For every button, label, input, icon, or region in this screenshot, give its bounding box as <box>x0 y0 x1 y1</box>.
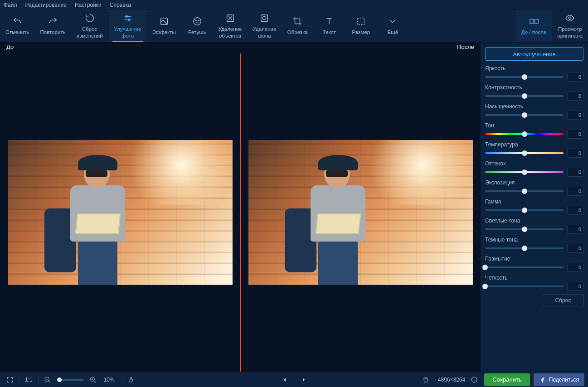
slider-track[interactable] <box>485 114 564 116</box>
slider-label: Насыщенность <box>485 103 583 110</box>
compare-icon <box>529 16 539 26</box>
remove-bg-button[interactable]: Удаление фона <box>248 10 282 42</box>
slider-label: Яркость <box>485 65 583 72</box>
slider-value[interactable]: 0 <box>567 92 583 101</box>
slider-label: Четкость <box>485 275 583 281</box>
svg-point-8 <box>263 16 266 19</box>
slider-track[interactable] <box>485 171 564 173</box>
slider-thumb[interactable] <box>522 150 527 156</box>
slider-value[interactable]: 0 <box>567 244 583 253</box>
remove-objects-button[interactable]: Удаление объектов <box>213 10 248 42</box>
enhance-button[interactable]: Улучшение фото <box>109 10 147 42</box>
compare-divider[interactable] <box>240 53 241 372</box>
slider-row: Насыщенность0 <box>485 103 583 120</box>
pan-button[interactable] <box>125 373 138 386</box>
slider-thumb[interactable] <box>522 169 527 175</box>
reset-changes-button[interactable]: Сброс изменений <box>71 10 108 42</box>
slider-track[interactable] <box>485 266 564 268</box>
menu-file[interactable]: Файл <box>4 2 17 8</box>
remove-obj-label: Удаление объектов <box>219 26 242 39</box>
slider-track[interactable] <box>485 95 564 97</box>
effects-label: Эффекты <box>152 29 175 35</box>
slider-row: Экспозиция0 <box>485 179 583 196</box>
retouch-label: Ретушь <box>188 29 206 35</box>
next-image-button[interactable] <box>297 373 310 386</box>
slider-track[interactable] <box>485 247 564 249</box>
slider-value[interactable]: 0 <box>567 168 583 177</box>
after-image[interactable] <box>248 140 473 285</box>
zoom-in-button[interactable] <box>87 373 99 386</box>
remove-bg-label: Удаление фона <box>253 26 277 39</box>
size-button[interactable]: Размер <box>345 10 377 42</box>
slider-value[interactable]: 0 <box>567 225 583 234</box>
slider-thumb[interactable] <box>522 131 527 137</box>
slider-thumb[interactable] <box>482 265 488 270</box>
slider-value[interactable]: 0 <box>567 149 583 158</box>
slider-track[interactable] <box>485 152 564 154</box>
crop-label: Обрезка <box>287 29 308 35</box>
slider-value[interactable]: 0 <box>567 263 583 272</box>
prev-image-button[interactable] <box>278 373 291 386</box>
slider-thumb[interactable] <box>522 189 527 194</box>
menu-help[interactable]: Справка <box>110 2 131 8</box>
slider-track[interactable] <box>485 228 564 230</box>
info-button[interactable] <box>468 373 481 386</box>
fullscreen-button[interactable] <box>4 373 16 386</box>
slider-track[interactable] <box>485 209 564 211</box>
menu-settings[interactable]: Настройки <box>75 2 102 8</box>
zoom-slider[interactable] <box>57 379 84 381</box>
menu-edit[interactable]: Редактирование <box>25 2 67 8</box>
footer-bar: 1:1 10% 4896×3264 Сохранить Поделиться <box>0 372 588 387</box>
slider-row: Температура0 <box>485 141 583 158</box>
slider-label: Темные тона <box>485 237 583 243</box>
slider-value[interactable]: 0 <box>567 111 583 120</box>
slider-thumb[interactable] <box>522 112 527 118</box>
crop-button[interactable]: Обрезка <box>282 10 313 42</box>
slider-row: Тон0 <box>485 122 583 139</box>
text-button[interactable]: Текст <box>313 10 345 42</box>
slider-track[interactable] <box>485 285 564 287</box>
slider-thumb[interactable] <box>522 74 527 80</box>
slider-track[interactable] <box>485 190 564 192</box>
svg-point-5 <box>198 20 199 21</box>
auto-enhance-button[interactable]: Автоулучшение <box>485 47 583 61</box>
fullscreen-icon <box>6 376 14 383</box>
before-image[interactable] <box>8 140 233 285</box>
svg-rect-9 <box>358 18 364 25</box>
slider-value[interactable]: 0 <box>567 282 583 291</box>
delete-button[interactable] <box>419 373 432 386</box>
trash-icon <box>422 376 429 383</box>
adjustments-panel: Автоулучшение Яркость0Контрастность0Насы… <box>481 43 588 372</box>
slider-track[interactable] <box>485 76 564 78</box>
sliders-icon <box>123 13 133 23</box>
slider-thumb[interactable] <box>482 284 488 289</box>
prev-icon <box>281 376 288 383</box>
face-icon <box>192 16 202 26</box>
slider-track[interactable] <box>485 133 564 135</box>
redo-button[interactable]: Повторить <box>35 10 71 42</box>
more-button[interactable]: Ещё <box>377 10 408 42</box>
slider-thumb[interactable] <box>522 246 527 251</box>
slider-value[interactable]: 0 <box>567 73 583 82</box>
reset-sliders-button[interactable]: Сброс <box>543 295 583 306</box>
workspace: До После Автоулучшение Яркость0Контрастн… <box>0 43 588 372</box>
share-button[interactable]: Поделиться <box>534 373 584 386</box>
before-after-button[interactable]: До / после <box>516 10 552 42</box>
undo-button[interactable]: Отменить <box>0 10 35 42</box>
zoom-out-button[interactable] <box>41 373 54 386</box>
view-original-button[interactable]: Просмотр оригинала <box>552 10 588 42</box>
slider-thumb[interactable] <box>522 227 527 232</box>
before-after-label: До / после <box>521 29 546 35</box>
retouch-button[interactable]: Ретушь <box>181 10 213 42</box>
zoom-1to1[interactable]: 1:1 <box>25 377 33 383</box>
effects-button[interactable]: Эффекты <box>146 10 181 42</box>
main-toolbar: Отменить Повторить Сброс изменений Улучш… <box>0 10 588 43</box>
slider-value[interactable]: 0 <box>567 187 583 196</box>
svg-rect-7 <box>261 15 268 22</box>
slider-value[interactable]: 0 <box>567 206 583 215</box>
text-icon <box>324 16 334 26</box>
slider-thumb[interactable] <box>522 93 527 99</box>
slider-thumb[interactable] <box>522 208 527 213</box>
slider-value[interactable]: 0 <box>567 130 583 139</box>
save-button[interactable]: Сохранить <box>484 373 530 386</box>
